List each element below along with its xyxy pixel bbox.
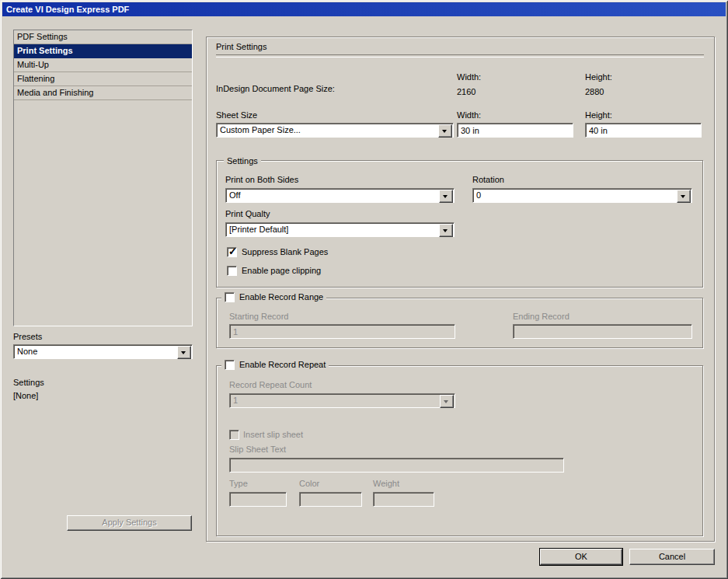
chevron-down-icon[interactable] [439,224,453,237]
record-repeat-legend: Enable Record Repeat [221,359,329,371]
sheet-size-label: Sheet Size [216,110,257,120]
record-repeat-group: Enable Record Repeat [216,365,703,536]
apply-settings-button: Apply Settings [67,515,192,531]
sheet-width-input[interactable] [457,123,573,138]
sheet-height-label: Height: [585,110,612,120]
suppress-blank-pages-label[interactable]: Suppress Blank Pages [242,247,328,257]
sidebar-item-flattening[interactable]: Flattening [14,72,192,86]
sheet-size-select[interactable]: Custom Paper Size... [216,123,454,138]
settings-group-title: Settings [224,155,261,166]
sheet-size-value: Custom Paper Size... [220,125,437,135]
chevron-down-icon[interactable] [177,346,191,359]
color-input [299,492,362,507]
type-label: Type [229,479,248,489]
document-width-value: 2160 [457,87,475,97]
enable-record-range-checkbox[interactable] [225,292,235,302]
page-title: Print Settings [216,42,266,52]
enable-page-clipping-checkbox[interactable] [227,266,237,276]
rotation-select[interactable]: 0 [472,188,692,203]
ending-record-label: Ending Record [513,312,570,322]
document-width-label: Width: [457,72,481,82]
print-both-sides-label: Print on Both Sides [225,175,298,185]
document-page-size-label: InDesign Document Page Size: [216,84,335,94]
print-quality-label: Print Qualty [225,209,270,219]
chevron-down-icon [440,395,454,408]
enable-record-repeat-label[interactable]: Enable Record Repeat [239,360,326,369]
weight-label: Weight [373,479,399,489]
title-bar[interactable]: Create VI Design Express PDF [2,2,726,16]
insert-slip-sheet-checkbox [229,430,239,440]
presets-select[interactable]: None [13,344,193,359]
slip-sheet-text-label: Slip Sheet Text [229,445,286,455]
enable-record-repeat-checkbox[interactable] [225,360,235,370]
record-range-legend: Enable Record Range [221,291,326,303]
cancel-button[interactable]: Cancel [629,549,715,565]
print-both-sides-value: Off [229,190,438,201]
settings-value: [None] [13,391,38,401]
presets-value: None [17,347,176,357]
settings-label: Settings [13,378,44,388]
sheet-width-label: Width: [457,110,481,120]
slip-sheet-text-input [229,458,564,473]
suppress-blank-pages-checkbox[interactable] [227,247,237,257]
chevron-down-icon[interactable] [677,190,691,203]
ok-button[interactable]: OK [540,549,622,565]
settings-category-list: PDF Settings Print Settings Multi-Up Fla… [13,30,193,326]
starting-record-input [229,324,455,339]
presets-label: Presets [13,332,42,342]
ending-record-input [513,324,692,339]
type-input [229,492,287,507]
record-repeat-count-label: Record Repeat Count [229,380,312,390]
color-label: Color [299,479,319,489]
insert-slip-sheet-label: Insert slip sheet [243,430,303,440]
document-height-label: Height: [585,72,612,82]
chevron-down-icon[interactable] [438,124,452,138]
dialog-window: Create VI Design Express PDF PDF Setting… [0,0,728,579]
window-title: Create VI Design Express PDF [6,5,129,14]
record-repeat-count-value: 1 [233,396,439,406]
heading-separator [216,54,704,58]
sidebar-item-pdf-settings[interactable]: PDF Settings [14,30,192,44]
weight-input [373,492,434,507]
document-height-value: 2880 [585,87,604,97]
enable-page-clipping-label[interactable]: Enable page clipping [242,266,321,276]
print-both-sides-select[interactable]: Off [225,188,455,203]
record-repeat-count-select: 1 [229,393,455,408]
sidebar-item-media-and-finishing[interactable]: Media and Finishing [14,86,192,100]
record-range-group: Enable Record Range [216,298,703,348]
sheet-height-input[interactable] [585,123,702,138]
sidebar-item-print-settings[interactable]: Print Settings [14,44,192,58]
rotation-label: Rotation [472,175,504,185]
enable-record-range-label[interactable]: Enable Record Range [239,292,323,302]
sidebar-item-multi-up[interactable]: Multi-Up [14,58,192,72]
print-quality-select[interactable]: [Printer Default] [225,222,455,237]
chevron-down-icon[interactable] [439,190,453,203]
rotation-value: 0 [476,190,676,201]
print-quality-value: [Printer Default] [229,225,438,235]
starting-record-label: Starting Record [229,312,288,322]
